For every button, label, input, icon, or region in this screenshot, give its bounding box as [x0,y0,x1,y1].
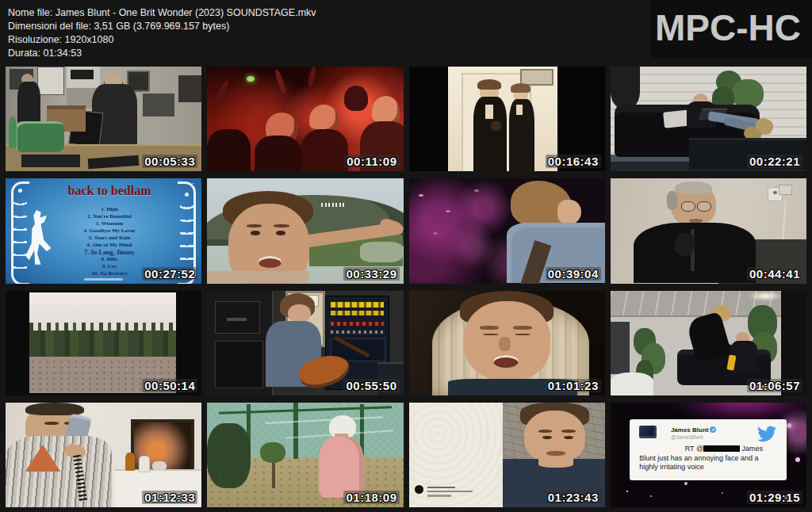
thumbnail-7-stage-crowd: 00:39:04 [409,178,605,283]
mpc-hc-logo: MPC-HC [655,10,801,46]
timestamp: 00:27:52 [142,267,197,281]
file-info-header: Nome file: James Blunt - One Brit Wonder… [0,0,812,65]
thumbnail-10-guitar-backstage: 00:55:50 [207,291,403,395]
timestamp: 01:12:33 [142,491,197,504]
thumbnail-5-back-to-bedlam-album: back to bedlam 1. High 2. You're Beautif… [6,178,201,283]
timestamp: 00:16:43 [546,155,601,168]
timestamp: 01:01:23 [546,379,601,392]
timestamp: 00:22:21 [747,155,802,168]
thumbnail-12-backstage-interview: 01:06:57 [611,291,806,395]
tweet-author-handle: @JamesBlunt [671,434,703,440]
thumbnail-13-man-on-phone: 01:12:33 [6,403,201,507]
thumbnail-11-armchair-interview: 01:01:23 [409,291,605,395]
thumbnail-1-record-store: 00:05:33 [6,67,201,171]
thumbnail-grid: 00:05:33 00:11:09 [0,65,812,512]
tweet-author-name: James Blunt✓ [671,426,717,434]
thumbnail-8-interview-man: 00:44:41 [611,178,806,283]
timestamp: 01:06:57 [747,379,802,392]
timestamp: 00:50:14 [142,379,197,392]
thumbnail-15-split-tweet-selfie: 01:23:43 [409,403,605,507]
verified-badge-icon: ✓ [710,426,716,433]
thumbnail-6-hollywood-hills: 00:33:29 [207,178,403,283]
tweet-body-text: RT @ James Blunt just has an annoying fa… [639,445,777,472]
tweet-avatar [639,426,657,437]
thumbnail-2-concert-crowd: 00:11:09 [207,67,403,171]
timestamp: 01:23:43 [546,491,601,504]
thumbnail-14-tennis-court: 01:18:09 [207,403,403,507]
redacted-handle [703,445,740,452]
thumbnail-4-backstage-couch: 00:22:21 [611,67,806,171]
timestamp: 00:05:33 [142,155,197,168]
timestamp: 01:18:09 [343,491,399,504]
twitter-bird-icon [756,426,777,443]
timestamp: 00:33:29 [343,267,399,281]
timestamp: 00:11:09 [344,155,399,168]
thumbnail-3-vintage-photo: 00:16:43 [409,67,605,171]
thumbnail-16-tweet-card: James Blunt✓ @JamesBlunt RT @ James Blun… [611,403,806,507]
thumbnail-9-forest-landscape: 00:50:14 [6,291,201,395]
timestamp: 00:44:41 [747,267,802,281]
timestamp: 00:39:04 [546,267,601,281]
album-title: back to bedlam [29,184,190,198]
timestamp: 00:55:50 [343,379,399,392]
timestamp: 01:29:15 [747,491,802,504]
tweet-card: James Blunt✓ @JamesBlunt RT @ James Blun… [630,419,787,480]
